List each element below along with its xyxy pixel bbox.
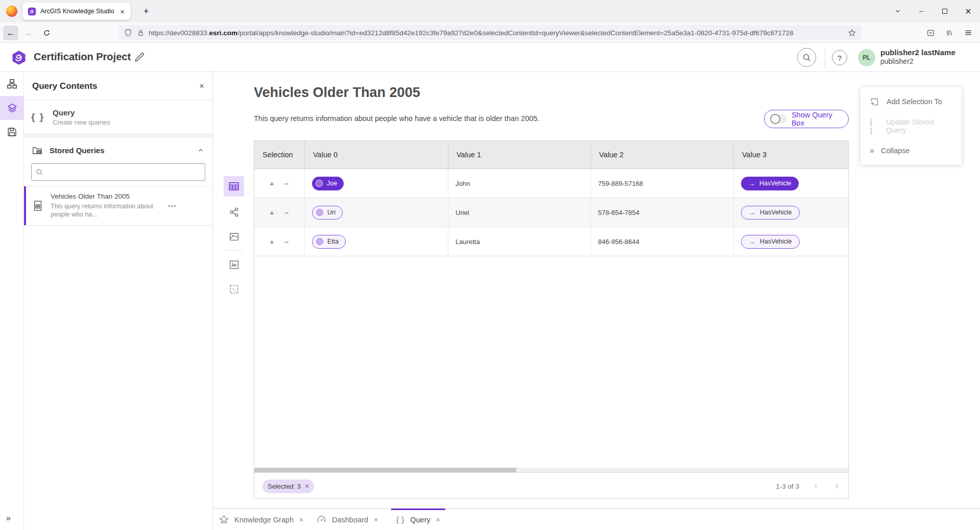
section-gap <box>24 134 212 138</box>
list-tabs-icon[interactable] <box>886 0 910 22</box>
tab-dashboard[interactable]: Dashboard × <box>315 509 380 530</box>
add-selection-icon[interactable]: + <box>270 208 274 217</box>
scrollbar-thumb[interactable] <box>254 468 516 472</box>
arrow-right-icon: → <box>749 238 755 246</box>
menu-icon[interactable] <box>961 26 975 40</box>
forward-button[interactable]: → <box>20 26 36 40</box>
remove-selection-icon[interactable]: − <box>284 208 289 217</box>
table-row: + − Etta Lauretta 846-956-8644 →HasVehic… <box>254 227 848 256</box>
library-icon[interactable] <box>942 26 957 40</box>
edit-title-button[interactable] <box>134 52 145 63</box>
url-bar[interactable]: https://dev0028833.esri.com/portal/apps/… <box>119 25 862 40</box>
avatar[interactable]: PL <box>858 49 875 66</box>
selection-tools-button[interactable] <box>224 279 244 299</box>
relationship-pill[interactable]: →HasVehicle <box>741 206 800 220</box>
collapse-icon: » <box>870 146 874 155</box>
entity-dot-icon <box>316 209 323 216</box>
entity-pill[interactable]: Joe <box>312 177 344 190</box>
table-row: + − Joe John 759-889-57168 →HasVehicle <box>254 169 848 198</box>
context-menu: Add Selection To { } Update Stored Query… <box>861 87 962 165</box>
remove-selection-icon[interactable]: − <box>284 179 289 188</box>
project-tree-button[interactable] <box>0 72 24 96</box>
tab-close-icon[interactable]: × <box>374 516 378 524</box>
left-rail: » <box>0 72 24 530</box>
search-button[interactable] <box>797 48 816 67</box>
maximize-button[interactable] <box>933 0 957 22</box>
toggle-label: Show Query Box <box>792 111 842 127</box>
cell-value: Lauretta <box>448 227 591 256</box>
folder-icon <box>32 145 42 155</box>
remove-selection-icon[interactable]: − <box>284 237 289 246</box>
column-header: Value 0 <box>305 141 448 168</box>
firefox-logo-icon[interactable] <box>6 6 17 17</box>
menu-item-update-stored-query[interactable]: { } Update Stored Query <box>861 114 962 138</box>
panel-title: Query Contents <box>32 81 199 91</box>
tab-close-icon[interactable]: × <box>119 7 126 16</box>
bookmark-star-icon[interactable] <box>848 29 856 37</box>
tab-query[interactable]: { } Query × <box>394 509 442 530</box>
window-close-button[interactable]: ✕ <box>957 0 980 22</box>
cell-value: 846-956-8644 <box>591 227 734 256</box>
panel-close-icon[interactable]: × <box>199 81 204 91</box>
column-header: Value 1 <box>448 141 591 168</box>
user-subtitle: publisher2 <box>880 57 914 65</box>
next-page-icon[interactable] <box>833 483 840 490</box>
entity-pill[interactable]: Etta <box>312 235 346 249</box>
add-selection-icon[interactable]: + <box>270 179 274 188</box>
minimize-button[interactable]: ─ <box>910 0 933 22</box>
stored-query-item[interactable]: Vehicles Older Than 2005 This query retu… <box>24 186 212 226</box>
back-button[interactable]: ← <box>3 26 18 40</box>
selected-count-chip: Selected: 3 × <box>262 479 314 493</box>
show-query-box-toggle[interactable]: Show Query Box <box>764 110 849 128</box>
table-footer: Selected: 3 × 1-3 of 3 <box>254 472 848 499</box>
url-text: https://dev0028833.esri.com/portal/apps/… <box>149 29 848 37</box>
clear-selection-icon[interactable]: × <box>305 482 309 490</box>
pocket-icon[interactable] <box>923 26 938 40</box>
expand-panel-icon[interactable]: » <box>6 514 11 523</box>
knowledge-graph-icon <box>219 515 229 524</box>
braces-icon: { } <box>396 516 404 524</box>
stored-queries-search-input[interactable] <box>46 168 201 176</box>
horizontal-scrollbar <box>254 468 848 472</box>
menu-item-collapse[interactable]: » Collapse <box>861 138 962 163</box>
save-button[interactable] <box>0 120 24 144</box>
table-view-button[interactable] <box>224 176 244 197</box>
reload-button[interactable] <box>39 26 54 40</box>
query-list-item[interactable]: { } Query Create new queries <box>24 101 212 134</box>
tab-close-icon[interactable]: × <box>436 516 440 524</box>
pagination-range: 1-3 of 3 <box>776 483 799 490</box>
shield-icon[interactable] <box>124 29 132 37</box>
entity-dot-icon <box>316 238 323 245</box>
map-view-button[interactable] <box>224 226 244 247</box>
previous-page-icon[interactable] <box>812 483 820 490</box>
table-icon <box>228 181 240 192</box>
relationship-pill[interactable]: →HasVehicle <box>741 235 800 249</box>
stored-query-icon <box>32 200 43 211</box>
layers-button[interactable] <box>0 96 24 120</box>
cell-value: 578-654-7854 <box>591 198 734 227</box>
item-options-icon[interactable]: ••• <box>168 203 177 209</box>
browser-tab[interactable]: ArcGIS Knowledge Studio × <box>22 3 131 20</box>
save-icon <box>7 127 17 137</box>
stored-queries-search[interactable] <box>31 163 205 181</box>
link-chart-button[interactable] <box>224 202 244 222</box>
add-selection-icon[interactable]: + <box>270 237 274 246</box>
chevron-up-icon[interactable] <box>197 147 204 154</box>
bottom-tab-bar: Knowledge Graph × Dashboard × { } Query … <box>213 508 980 530</box>
tab-knowledge-graph[interactable]: Knowledge Graph × <box>217 509 305 530</box>
selected-indicator <box>24 186 26 225</box>
search-icon <box>36 168 43 176</box>
tab-close-icon[interactable]: × <box>299 516 303 524</box>
arrow-right-icon: → <box>749 209 755 216</box>
new-tab-button[interactable]: + <box>139 4 153 18</box>
cell-value: 759-889-57168 <box>591 169 734 198</box>
help-button[interactable]: ? <box>832 50 847 65</box>
add-to-map-button[interactable] <box>224 254 244 275</box>
stored-queries-header[interactable]: Stored Queries <box>24 138 212 162</box>
menu-item-add-selection-to[interactable]: Add Selection To <box>861 89 962 114</box>
lock-icon[interactable] <box>137 29 145 37</box>
toolbar-divider <box>225 250 243 251</box>
relationship-pill[interactable]: →HasVehicle <box>741 177 799 190</box>
page-description: This query returns information about peo… <box>254 114 539 123</box>
entity-pill[interactable]: Uri <box>312 206 343 220</box>
